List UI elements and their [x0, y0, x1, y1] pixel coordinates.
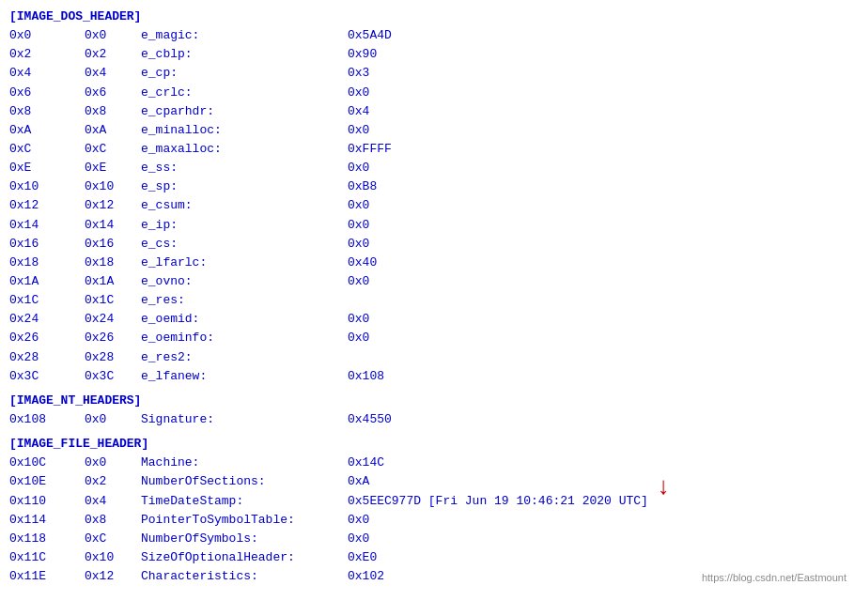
table-row: 0x24 0x24 e_oemid: 0x0: [9, 310, 845, 329]
watermark: https://blog.csdn.net/Eastmount: [702, 570, 846, 586]
table-row: 0x1A 0x1A e_ovno: 0x0: [9, 272, 845, 291]
dos-header-label: [IMAGE_DOS_HEADER]: [9, 8, 141, 26]
table-row: 0x14 0x14 e_ip: 0x0: [9, 216, 845, 235]
table-row: 0x8 0x8 e_cparhdr: 0x4: [9, 102, 845, 121]
table-row: 0x6 0x6 e_crlc: 0x0: [9, 84, 845, 102]
nt-headers-title: [IMAGE_NT_HEADERS]: [9, 392, 845, 410]
file-header-label: [IMAGE_FILE_HEADER]: [9, 435, 148, 454]
table-row: 0x118 0xC NumberOfSymbols: 0x0: [9, 530, 845, 548]
table-row: 0xC 0xC e_maxalloc: 0xFFFF: [9, 140, 845, 159]
table-row: 0x26 0x26 e_oeminfo: 0x0: [9, 329, 845, 347]
main-content: [IMAGE_DOS_HEADER] 0x0 0x0 e_magic: 0x5A…: [0, 0, 854, 593]
table-row: 0x16 0x16 e_cs: 0x0: [9, 235, 845, 254]
table-row: 0x4 0x4 e_cp: 0x3: [9, 64, 845, 83]
table-row: 0x11C 0x10 SizeOfOptionalHeader: 0xE0: [9, 548, 845, 567]
table-row: 0x114 0x8 PointerToSymbolTable: 0x0: [9, 511, 845, 530]
table-row: 0x10E 0x2 NumberOfSections: 0xA: [9, 472, 845, 491]
dos-header-title: [IMAGE_DOS_HEADER]: [9, 8, 845, 26]
table-row: 0x0 0x0 e_magic: 0x5A4D: [9, 26, 845, 45]
table-row: 0x108 0x0 Signature: 0x4550: [9, 410, 845, 429]
table-row: 0xE 0xE e_ss: 0x0: [9, 159, 845, 177]
table-row: 0x18 0x18 e_lfarlc: 0x40: [9, 254, 845, 272]
table-row: 0x10 0x10 e_sp: 0xB8: [9, 177, 845, 196]
table-row: 0x1C 0x1C e_res:: [9, 291, 845, 310]
file-header-title: [IMAGE_FILE_HEADER]: [9, 435, 845, 454]
table-row: 0x10C 0x0 Machine: 0x14C: [9, 454, 845, 472]
table-row: 0x28 0x28 e_res2:: [9, 348, 845, 367]
table-row-timestamp: 0x110 0x4 TimeDateStamp: 0x5EEC977D [Fri…: [9, 492, 845, 511]
nt-headers-label: [IMAGE_NT_HEADERS]: [9, 392, 141, 410]
red-arrow-icon: ↓: [656, 475, 671, 500]
table-row: 0x2 0x2 e_cblp: 0x90: [9, 45, 845, 64]
table-row: 0xA 0xA e_minalloc: 0x0: [9, 121, 845, 140]
table-row: 0x3C 0x3C e_lfanew: 0x108: [9, 367, 845, 386]
table-row: 0x12 0x12 e_csum: 0x0: [9, 196, 845, 215]
